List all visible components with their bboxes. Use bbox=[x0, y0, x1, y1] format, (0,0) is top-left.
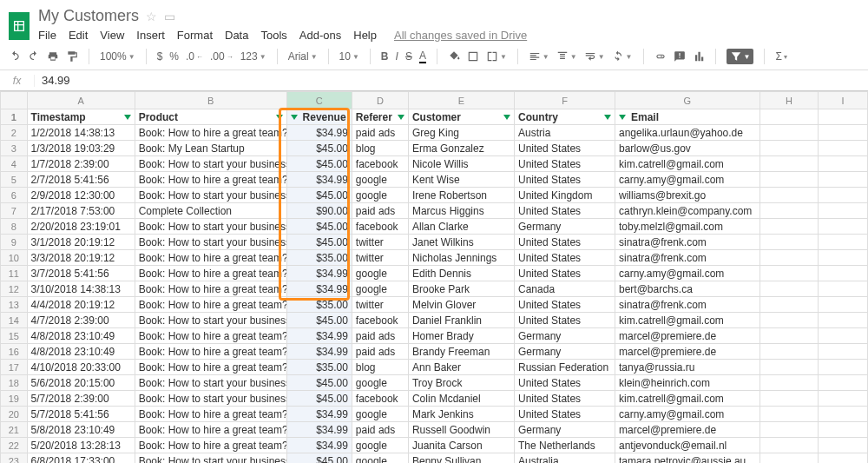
cell[interactable]: United States bbox=[515, 297, 615, 313]
row-number[interactable]: 17 bbox=[1, 360, 28, 375]
filter-icon[interactable] bbox=[276, 115, 283, 120]
table-row[interactable]: 154/8/2018 23:10:49Book: How to hire a g… bbox=[1, 328, 868, 344]
table-row[interactable]: 195/7/2018 2:39:00Book: How to start you… bbox=[1, 391, 868, 407]
cell[interactable]: kim.catrell@gmail.com bbox=[615, 391, 760, 407]
cell[interactable]: Germany bbox=[515, 422, 615, 438]
cell[interactable]: Book: How to hire a great team? bbox=[135, 250, 286, 266]
row-number[interactable]: 22 bbox=[1, 438, 28, 453]
percent-button[interactable]: % bbox=[169, 50, 179, 63]
cell[interactable]: $34.99 bbox=[286, 422, 352, 438]
cell[interactable]: google bbox=[352, 266, 408, 281]
cell[interactable]: Edith Dennis bbox=[408, 266, 514, 281]
table-row[interactable]: 174/10/2018 20:33:00Book: How to hire a … bbox=[1, 360, 868, 375]
cell[interactable]: Book: How to start your business? bbox=[135, 375, 286, 391]
cell[interactable]: Benny Sullivan bbox=[408, 453, 514, 464]
zoom-select[interactable]: 100% ▼ bbox=[100, 50, 135, 63]
cell[interactable]: blog bbox=[352, 141, 408, 156]
cell[interactable]: $45.00 bbox=[286, 235, 352, 250]
row-number[interactable]: 7 bbox=[1, 203, 28, 219]
table-row[interactable]: 225/20/2018 13:28:13Book: How to hire a … bbox=[1, 438, 868, 453]
cell[interactable]: Janet Wilkins bbox=[408, 235, 514, 250]
row-number[interactable]: 16 bbox=[1, 344, 28, 360]
table-row[interactable]: 93/1/2018 20:19:12Book: How to start you… bbox=[1, 235, 868, 250]
cell[interactable]: marcel@premiere.de bbox=[615, 328, 760, 344]
cell[interactable]: 1/7/2018 2:39:00 bbox=[27, 156, 135, 172]
cell[interactable]: Australia bbox=[515, 453, 615, 464]
table-row[interactable]: 236/8/2018 17:33:00Book: How to start yo… bbox=[1, 453, 868, 464]
cell[interactable]: United States bbox=[515, 156, 615, 172]
cell[interactable]: Canada bbox=[515, 281, 615, 297]
cell[interactable]: Homer Brady bbox=[408, 328, 514, 344]
chart-button[interactable] bbox=[693, 50, 705, 63]
header-timestamp[interactable]: Timestamp bbox=[27, 109, 135, 125]
row-number[interactable]: 9 bbox=[1, 235, 28, 250]
font-select[interactable]: Arial ▼ bbox=[288, 50, 318, 63]
cell[interactable]: paid ads bbox=[352, 203, 408, 219]
cell[interactable]: Brooke Park bbox=[408, 281, 514, 297]
cell[interactable]: 4/8/2018 23:10:49 bbox=[27, 344, 135, 360]
italic-button[interactable]: I bbox=[396, 50, 398, 63]
cell[interactable]: Book: My Lean Startup bbox=[135, 141, 286, 156]
cell[interactable]: Book: How to hire a great team? bbox=[135, 281, 286, 297]
cell[interactable]: Book: How to start your business? bbox=[135, 453, 286, 464]
cell[interactable]: 5/8/2018 23:10:49 bbox=[27, 422, 135, 438]
formula-input[interactable]: 34.99 bbox=[35, 74, 868, 87]
cell[interactable]: Russian Federation bbox=[515, 360, 615, 375]
menu-addons[interactable]: Add-ons bbox=[299, 29, 341, 42]
cell[interactable]: Book: How to start your business? bbox=[135, 313, 286, 328]
col-header-c[interactable]: C bbox=[286, 92, 352, 109]
filter-icon[interactable] bbox=[124, 115, 131, 120]
cell[interactable]: United States bbox=[515, 266, 615, 281]
table-row[interactable]: 62/9/2018 12:30:00Book: How to start you… bbox=[1, 188, 868, 203]
functions-button[interactable]: Σ ▾ bbox=[775, 50, 786, 63]
table-row[interactable]: 123/10/2018 14:38:13Book: How to hire a … bbox=[1, 281, 868, 297]
cell[interactable]: Marcus Higgins bbox=[408, 203, 514, 219]
cell[interactable]: Mark Jenkins bbox=[408, 407, 514, 422]
cell[interactable]: Book: How to hire a great team? bbox=[135, 297, 286, 313]
col-header-f[interactable]: F bbox=[515, 92, 615, 109]
wrap-button[interactable]: ▼ bbox=[584, 50, 605, 63]
table-row[interactable]: 31/3/2018 19:03:29Book: My Lean Startup$… bbox=[1, 141, 868, 156]
cell[interactable]: 5/6/2018 20:15:00 bbox=[27, 375, 135, 391]
cell[interactable]: United States bbox=[515, 250, 615, 266]
cell[interactable]: tanya@russia.ru bbox=[615, 360, 760, 375]
cell[interactable]: bert@barchs.ca bbox=[615, 281, 760, 297]
table-row[interactable]: 72/17/2018 7:53:00Complete Collection$90… bbox=[1, 203, 868, 219]
cell[interactable]: United States bbox=[515, 203, 615, 219]
cell[interactable]: angelika.urlaun@yahoo.de bbox=[615, 125, 760, 141]
cell[interactable]: Book: How to hire a great team? bbox=[135, 422, 286, 438]
cell[interactable]: twitter bbox=[352, 235, 408, 250]
cell[interactable]: carny.amy@gmail.com bbox=[615, 407, 760, 422]
cell[interactable]: 2/7/2018 5:41:56 bbox=[27, 172, 135, 188]
cell[interactable]: kim.catrell@gmail.com bbox=[615, 156, 760, 172]
header-email[interactable]: Email bbox=[615, 109, 760, 125]
table-row[interactable]: 144/7/2018 2:39:00Book: How to start you… bbox=[1, 313, 868, 328]
cell[interactable]: 6/8/2018 17:33:00 bbox=[27, 453, 135, 464]
cell[interactable]: paid ads bbox=[352, 422, 408, 438]
redo-button[interactable] bbox=[28, 50, 40, 63]
cell[interactable]: Ann Baker bbox=[408, 360, 514, 375]
cell[interactable]: Book: How to start your business? bbox=[135, 188, 286, 203]
row-number[interactable]: 6 bbox=[1, 188, 28, 203]
menu-help[interactable]: Help bbox=[353, 29, 377, 42]
cell[interactable]: facebook bbox=[352, 219, 408, 235]
cell[interactable]: blog bbox=[352, 360, 408, 375]
table-row[interactable]: 134/4/2018 20:19:12Book: How to hire a g… bbox=[1, 297, 868, 313]
cell[interactable]: sinatra@frenk.com bbox=[615, 250, 760, 266]
cell[interactable]: facebook bbox=[352, 156, 408, 172]
row-number[interactable]: 23 bbox=[1, 453, 28, 464]
cell[interactable]: $45.00 bbox=[286, 188, 352, 203]
cell[interactable]: Troy Brock bbox=[408, 375, 514, 391]
row-number[interactable]: 13 bbox=[1, 297, 28, 313]
cell[interactable]: Daniel Franklin bbox=[408, 313, 514, 328]
cell[interactable]: 5/20/2018 13:28:13 bbox=[27, 438, 135, 453]
row-number[interactable]: 15 bbox=[1, 328, 28, 344]
cell[interactable]: google bbox=[352, 438, 408, 453]
cell[interactable]: Erma Gonzalez bbox=[408, 141, 514, 156]
cell[interactable]: $34.99 bbox=[286, 281, 352, 297]
menu-edit[interactable]: Edit bbox=[69, 29, 88, 42]
cell[interactable]: 3/3/2018 20:19:12 bbox=[27, 250, 135, 266]
cell[interactable]: $35.00 bbox=[286, 360, 352, 375]
cell[interactable]: Kent Wise bbox=[408, 172, 514, 188]
cell[interactable]: klein@heinrich.com bbox=[615, 375, 760, 391]
